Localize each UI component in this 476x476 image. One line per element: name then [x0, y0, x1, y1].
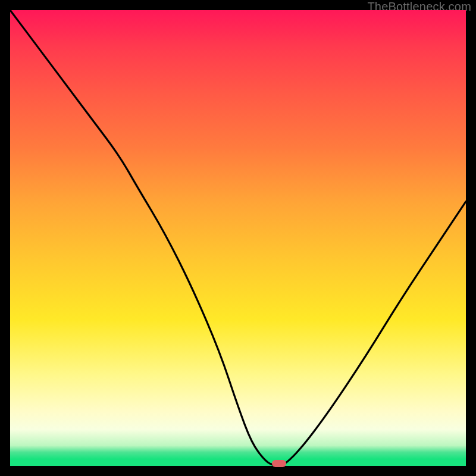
- optimal-point-marker: [272, 460, 286, 467]
- bottleneck-curve: [10, 10, 466, 466]
- chart-frame: [10, 10, 466, 466]
